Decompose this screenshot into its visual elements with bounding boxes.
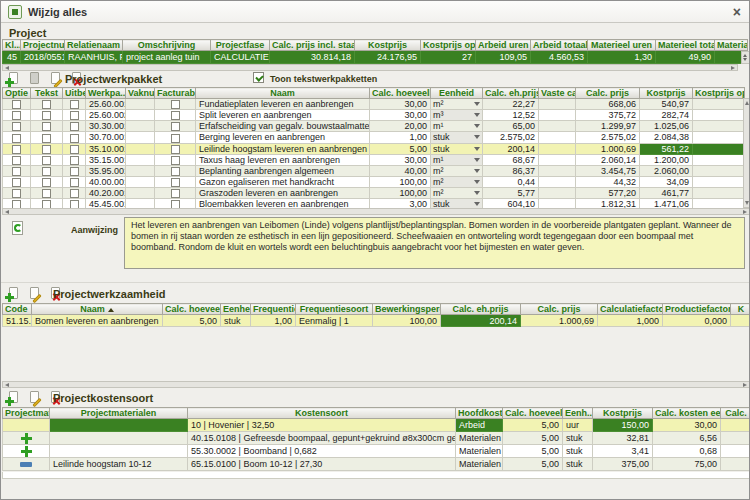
column-header[interactable]: Naam [32, 304, 163, 315]
column-header[interactable]: Projectfase [211, 40, 270, 51]
uitbesteed-checkbox[interactable] [70, 100, 79, 109]
column-header[interactable]: Projectmaterialen [50, 408, 188, 419]
relatienaam-cell[interactable]: RAANHUIS, F. [65, 51, 123, 64]
werkpakket-code[interactable]: 35.15.0011 [86, 154, 126, 165]
column-header[interactable]: Calc. hoeveelheid [370, 88, 431, 99]
eenheid-dropdown[interactable]: m² [431, 188, 483, 199]
eenheid-dropdown[interactable]: m² [431, 165, 483, 176]
edit-icon[interactable] [26, 391, 43, 406]
werkpakket-code[interactable]: 30.30.0011 [86, 121, 126, 132]
column-header[interactable]: Calc. eh.prijs [441, 304, 521, 315]
materieel-totaal-cell[interactable]: 49,90 [656, 51, 715, 64]
selected-cell[interactable]: 150,00 [593, 419, 653, 432]
column-header[interactable]: Eenheid [221, 304, 251, 315]
facturabel-checkbox[interactable] [171, 178, 180, 187]
optie-checkbox[interactable] [12, 145, 21, 154]
facturabel-checkbox[interactable] [171, 145, 180, 154]
omschrijving-cell[interactable]: project aanleg tuin [123, 51, 211, 64]
row-spinner[interactable] [741, 51, 750, 64]
werkzaamheid-code[interactable]: 51.15.11. [3, 315, 32, 327]
column-header[interactable]: Kostensoort [188, 408, 456, 419]
column-header[interactable]: Calc. hoeveelheid [503, 408, 563, 419]
werkpakket-naam[interactable]: Taxus haag leveren en aanbrengen [196, 154, 370, 165]
facturabel-checkbox[interactable] [171, 167, 180, 176]
uitbesteed-checkbox[interactable] [70, 134, 79, 143]
facturabel-checkbox[interactable] [171, 134, 180, 143]
column-header[interactable]: Calc. prijs incl. staartk. [270, 40, 355, 51]
optie-checkbox[interactable] [12, 111, 21, 120]
werkzaamheid-naam[interactable]: Bomen leveren en aanbrengen [32, 315, 163, 327]
werkpakket-naam[interactable]: Gazon egaliseren met handkracht [196, 176, 370, 187]
eenheid-dropdown[interactable]: stuk [431, 132, 483, 143]
werkpakket-code[interactable]: 40.00.0010 [86, 176, 126, 187]
linked-material-icon[interactable] [20, 462, 32, 467]
optie-checkbox[interactable] [12, 167, 21, 176]
selected-cell[interactable] [693, 143, 745, 154]
column-header[interactable]: Uitbes... [63, 88, 86, 99]
tekst-checkbox[interactable] [42, 167, 51, 176]
column-header[interactable]: Vaste cal... [539, 88, 576, 99]
arbeid-totaal-cell[interactable]: 4.560,53 [531, 51, 588, 64]
column-header[interactable]: Arbeid uren [476, 40, 531, 51]
facturabel-checkbox[interactable] [171, 189, 180, 198]
column-header[interactable]: Kostprijs [593, 408, 653, 419]
optie-checkbox[interactable] [12, 178, 21, 187]
selected-cell[interactable] [50, 419, 188, 432]
horizontal-scrollbar[interactable] [2, 64, 738, 71]
column-header[interactable]: Eenh... [563, 408, 593, 419]
column-header[interactable]: Projectmat... [3, 408, 50, 419]
eenheid-dropdown[interactable]: stuk [431, 143, 483, 154]
optie-checkbox[interactable] [12, 156, 21, 165]
werkpakket-code[interactable]: 40.20.0010 [86, 188, 126, 199]
optie-checkbox[interactable] [12, 189, 21, 198]
column-header[interactable]: Hoofdkosten... [456, 408, 503, 419]
projectmateriaal-cell[interactable]: Leilinde hoogstam 10-12 [50, 458, 188, 471]
eenheid-dropdown[interactable]: m³ [431, 110, 483, 121]
column-header[interactable]: Optie [3, 88, 31, 99]
column-header[interactable]: Eenheid [431, 88, 483, 99]
column-header[interactable]: Calc. eh.prijs [483, 88, 539, 99]
column-header[interactable]: Calculatiefactor [598, 304, 663, 315]
column-header[interactable]: Frequentie [251, 304, 296, 315]
werkpakket-naam[interactable]: Split leveren en aanbrengen [196, 110, 370, 121]
tekst-checkbox[interactable] [42, 189, 51, 198]
column-header[interactable]: Kostprijs opslagpe [693, 88, 745, 99]
uitbesteed-checkbox[interactable] [70, 111, 79, 120]
column-header[interactable]: Kl... [3, 40, 21, 51]
facturabel-checkbox[interactable] [171, 100, 180, 109]
column-header[interactable]: Facturabel [155, 88, 196, 99]
tekst-checkbox[interactable] [42, 145, 51, 154]
werkpakket-naam[interactable]: Beplanting aanbrengen algemeen [196, 165, 370, 176]
werkpakket-naam[interactable]: Erfafscheiding van gegalv. bouwstaalmatt… [196, 121, 370, 132]
eenheid-dropdown[interactable]: m¹ [431, 121, 483, 132]
selected-cell[interactable]: 200,14 [441, 315, 521, 327]
column-header[interactable]: Code [3, 304, 32, 315]
column-header[interactable]: Kostprijs opsla... [421, 40, 476, 51]
facturabel-checkbox[interactable] [171, 156, 180, 165]
eenheid-dropdown[interactable]: m² [431, 99, 483, 110]
tekst-checkbox[interactable] [42, 122, 51, 131]
column-header[interactable]: Frequentiesoort [296, 304, 373, 315]
werkpakket-code[interactable]: 30.70.0010 [86, 132, 126, 143]
werkpakket-naam[interactable]: Leilinde hoogstam leveren en aanbrengen [196, 143, 370, 154]
column-header[interactable]: Calc. prijs [521, 304, 598, 315]
werkpakket-naam[interactable]: Graszoden leveren en aanbrengen [196, 188, 370, 199]
calc-prijs-cell[interactable]: 30.814,18 [270, 51, 355, 64]
uitbesteed-checkbox[interactable] [70, 167, 79, 176]
werkpakket-code[interactable]: 35.95.0010 [86, 165, 126, 176]
add-icon[interactable] [5, 391, 22, 406]
projectnummer-cell[interactable]: 2018/0551 [21, 51, 65, 64]
column-header[interactable]: Projectnu... [21, 40, 65, 51]
uitbesteed-checkbox[interactable] [70, 178, 79, 187]
projectfase-cell[interactable]: CALCULATIE / O [211, 51, 270, 64]
kostensoort-cell[interactable]: 55.30.0002 | Boomband | 0,682 [188, 445, 456, 458]
uitbesteed-checkbox[interactable] [70, 156, 79, 165]
add-material-icon[interactable] [21, 433, 32, 444]
horizontal-scrollbar[interactable] [2, 208, 750, 215]
uitbesteed-checkbox[interactable] [70, 145, 79, 154]
tekst-checkbox[interactable] [42, 100, 51, 109]
tekst-checkbox[interactable] [42, 134, 51, 143]
kostensoort-cell[interactable]: 65.15.0100 | Boom 10-12 | 27,30 [188, 458, 456, 471]
column-header[interactable]: Materia [715, 40, 748, 51]
column-header[interactable]: Naam [196, 88, 370, 99]
